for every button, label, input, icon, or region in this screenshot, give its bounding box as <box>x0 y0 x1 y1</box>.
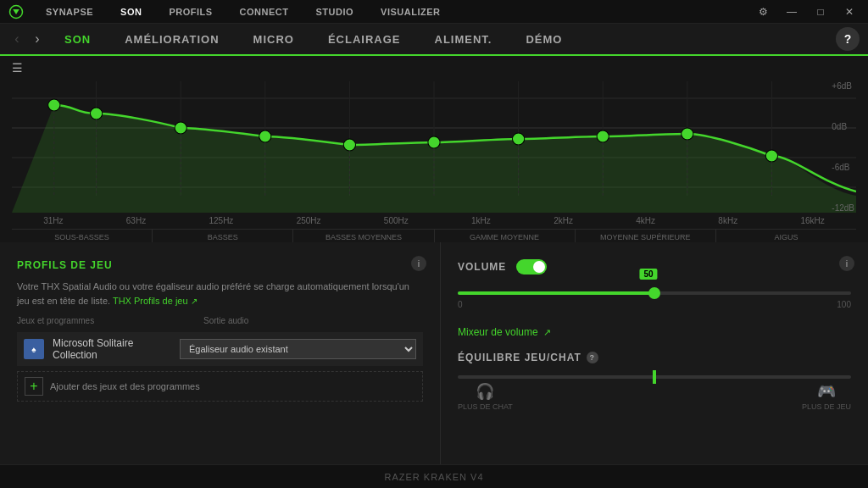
titlebar-nav: SYNAPSE SON PROFILS CONNECT STUDIO VISUA… <box>32 0 751 24</box>
statusbar: RAZER KRAKEN V4 <box>0 464 868 488</box>
eq-canvas-wrapper: +6dB 0dB -6dB -12dB <box>12 81 856 213</box>
nav-tab-synapse[interactable]: SYNAPSE <box>32 0 107 24</box>
svg-point-22 <box>682 128 693 140</box>
game-profiles-info-button[interactable]: i <box>411 256 426 271</box>
equalizer-section: ☰ <box>0 56 868 242</box>
nav-tab-son[interactable]: SON <box>107 0 155 24</box>
db-label-minus6: -6dB <box>832 163 854 172</box>
freq-500hz: 500Hz <box>384 216 409 225</box>
nav-tab-visualizer[interactable]: VISUALIZER <box>367 0 453 24</box>
svg-point-23 <box>765 150 777 162</box>
freq-4khz: 4kHz <box>636 216 655 225</box>
db-label-plus6: +6dB <box>832 81 854 91</box>
game-profiles-title: PROFILS DE JEU <box>17 259 423 271</box>
freq-2khz: 2kHz <box>554 216 573 225</box>
balance-chat-side: 🎧 PLUS DE CHAT <box>458 382 513 411</box>
mixer-link[interactable]: Mixeur de volume ↗ <box>458 326 851 338</box>
app-logo <box>7 3 25 21</box>
subnav-tab-son[interactable]: SON <box>49 23 106 55</box>
col-games-label: Jeux et programmes <box>17 316 203 325</box>
subnav-tab-demo[interactable]: DÉMO <box>510 23 577 55</box>
subnav-tab-amelioration[interactable]: AMÉLIORATION <box>109 23 234 55</box>
eq-graph[interactable] <box>12 81 856 213</box>
game-audio-select[interactable]: Égaliseur audio existant <box>180 339 416 359</box>
svg-point-19 <box>428 136 440 148</box>
svg-point-14 <box>48 99 60 111</box>
svg-point-16 <box>175 122 186 134</box>
subnav-prev-button[interactable]: ‹ <box>8 31 25 47</box>
subnav-tab-aliment[interactable]: ALIMENT. <box>420 23 508 55</box>
nav-tab-studio[interactable]: STUDIO <box>302 0 367 24</box>
titlebar: SYNAPSE SON PROFILS CONNECT STUDIO VISUA… <box>0 0 868 24</box>
col-audio-label: Sortie audio <box>203 316 423 325</box>
game-profiles-description: Votre THX Spatial Audio ou votre égalise… <box>17 280 423 308</box>
volume-panel: VOLUME 50 0 100 Mixeur de volume <box>441 242 868 464</box>
device-name: RAZER KRAKEN V4 <box>384 472 483 482</box>
bottom-section: PROFILS DE JEU Votre THX Spatial Audio o… <box>0 242 868 464</box>
mixer-label: Mixeur de volume <box>458 326 538 338</box>
freq-1khz: 1kHz <box>471 216 491 225</box>
nav-tab-profils[interactable]: PROFILS <box>155 0 225 24</box>
eq-menu-icon[interactable]: ☰ <box>12 61 23 75</box>
window-controls: ⚙ — □ ✕ <box>751 0 861 24</box>
freq-250hz: 250Hz <box>297 216 321 225</box>
volume-slider-thumb[interactable]: 50 <box>648 287 660 299</box>
maximize-button[interactable]: □ <box>809 0 832 24</box>
volume-slider-minmax: 0 100 <box>458 300 851 309</box>
add-game-row[interactable]: + Ajouter des jeux et des programmes <box>17 371 423 402</box>
freq-8khz: 8kHz <box>718 216 737 225</box>
db-label-0: 0dB <box>832 122 854 131</box>
svg-point-21 <box>597 130 609 142</box>
close-button[interactable]: ✕ <box>837 0 861 24</box>
subnav-next-button[interactable]: › <box>29 31 46 47</box>
subnav: ‹ › SON AMÉLIORATION MICRO ÉCLAIRAGE ALI… <box>0 24 868 56</box>
thx-profiles-link[interactable]: THX Profils de jeu <box>113 296 188 306</box>
gamepad-icon: 🎮 <box>817 382 836 401</box>
svg-point-17 <box>259 130 271 142</box>
external-link-icon[interactable]: ↗ <box>191 297 198 306</box>
eq-header: ☰ <box>12 56 856 80</box>
freq-63hz: 63Hz <box>126 216 146 225</box>
db-labels: +6dB 0dB -6dB -12dB <box>830 81 856 213</box>
balance-chat-label: PLUS DE CHAT <box>458 402 513 411</box>
game-icon: ♠ <box>24 339 44 359</box>
freq-labels: 31Hz 63Hz 125Hz 250Hz 500Hz 1kHz 2kHz 4k… <box>12 213 856 227</box>
svg-point-18 <box>343 139 355 151</box>
balance-labels: 🎧 PLUS DE CHAT 🎮 PLUS DE JEU <box>458 382 851 411</box>
subnav-tab-micro[interactable]: MICRO <box>238 23 309 55</box>
headphone-icon: 🎧 <box>476 382 494 401</box>
mixer-external-icon: ↗ <box>543 327 551 338</box>
subnav-tab-eclairage[interactable]: ÉCLAIRAGE <box>313 23 416 55</box>
balance-label-text: ÉQUILIBRE JEU/CHAT <box>458 352 581 363</box>
freq-31hz: 31Hz <box>43 216 63 225</box>
add-game-label: Ajouter des jeux et des programmes <box>50 381 200 391</box>
balance-slider-track[interactable] <box>458 375 851 379</box>
volume-min: 0 <box>458 300 463 309</box>
volume-value-bubble: 50 <box>639 269 657 280</box>
settings-button[interactable]: ⚙ <box>751 0 775 24</box>
profile-column-headers: Jeux et programmes Sortie audio <box>17 316 423 325</box>
volume-toggle[interactable] <box>516 259 547 274</box>
volume-info-button[interactable]: i <box>839 256 854 271</box>
db-label-minus12: -12dB <box>832 203 854 213</box>
freq-125hz: 125Hz <box>209 216 233 225</box>
minimize-button[interactable]: — <box>780 0 804 24</box>
balance-slider-container: 🎧 PLUS DE CHAT 🎮 PLUS DE JEU <box>458 375 851 411</box>
help-button[interactable]: ? <box>836 27 860 51</box>
volume-slider-track[interactable]: 50 <box>458 291 851 295</box>
game-row: ♠ Microsoft Solitaire Collection Égalise… <box>17 332 423 366</box>
freq-16khz: 16kHz <box>800 216 824 225</box>
volume-slider-fill <box>458 291 654 295</box>
volume-slider-container: 50 0 100 <box>458 291 851 309</box>
svg-point-20 <box>512 133 524 145</box>
svg-point-15 <box>90 108 102 119</box>
balance-slider-thumb[interactable] <box>653 370 656 384</box>
nav-tab-connect[interactable]: CONNECT <box>226 0 303 24</box>
add-game-icon[interactable]: + <box>25 377 43 396</box>
balance-game-label: PLUS DE JEU <box>802 402 851 411</box>
volume-label: VOLUME <box>458 261 506 273</box>
balance-game-side: 🎮 PLUS DE JEU <box>802 382 851 411</box>
volume-max: 100 <box>837 300 851 309</box>
game-profiles-panel: PROFILS DE JEU Votre THX Spatial Audio o… <box>0 242 441 464</box>
balance-help-icon[interactable]: ? <box>587 352 598 363</box>
